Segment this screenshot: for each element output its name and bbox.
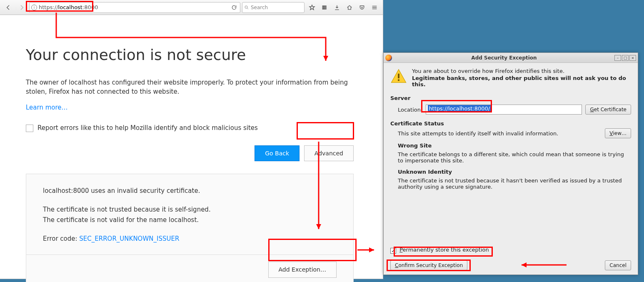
- window-minimize-button[interactable]: –: [614, 55, 621, 61]
- error-body: The owner of localhost has configured th…: [26, 78, 355, 97]
- permanent-store-label[interactable]: Permanently store this exception: [399, 247, 489, 253]
- svg-rect-1: [322, 6, 323, 9]
- downloads-icon[interactable]: [331, 2, 343, 13]
- override-text: You are about to override how Firefox id…: [412, 68, 631, 74]
- firefox-icon: [385, 55, 392, 61]
- view-certificate-button[interactable]: View…: [605, 128, 631, 138]
- menu-icon[interactable]: [369, 2, 380, 13]
- add-security-exception-dialog: Add Security Exception – □ × You are abo…: [383, 52, 638, 275]
- unknown-identity-heading: Unknown Identity: [398, 169, 631, 175]
- svg-rect-3: [325, 6, 326, 9]
- adv-line2: The certificate is not trusted because i…: [43, 205, 337, 215]
- add-exception-button[interactable]: Add Exception…: [268, 262, 337, 277]
- go-back-button[interactable]: Go Back: [255, 145, 300, 161]
- warning-icon: [390, 68, 407, 85]
- search-bar[interactable]: Search: [242, 2, 305, 13]
- pocket-icon[interactable]: [356, 2, 368, 13]
- confirm-security-exception-button[interactable]: Confirm Security Exception: [390, 260, 467, 270]
- report-label: Report errors like this to help Mozilla …: [37, 124, 258, 133]
- location-input[interactable]: https://localhost:8000/: [426, 105, 582, 115]
- forward-button[interactable]: [16, 2, 27, 13]
- permanent-store-checkbox[interactable]: [390, 248, 396, 254]
- advanced-button[interactable]: Advanced: [304, 145, 354, 161]
- location-value: https://localhost:8000/: [428, 105, 491, 112]
- dialog-title: Add Security Exception: [394, 55, 614, 61]
- search-icon: [244, 5, 249, 10]
- window-close-button[interactable]: ×: [629, 55, 636, 61]
- cert-status-heading: Certificate Status: [390, 120, 631, 127]
- unknown-identity-text: The certificate is not trusted because i…: [398, 177, 631, 190]
- svg-rect-4: [398, 74, 399, 78]
- site-info-icon[interactable]: i: [31, 5, 37, 10]
- error-code-link[interactable]: SEC_ERROR_UNKNOWN_ISSUER: [79, 235, 179, 242]
- warn-bold-text: Legitimate banks, stores, and other publ…: [412, 75, 631, 87]
- page-title: Your connection is not secure: [26, 44, 358, 66]
- home-icon[interactable]: [344, 2, 355, 13]
- error-page: Your connection is not secure The owner …: [0, 15, 383, 282]
- browser-window: i https://localhost:8000 Search Your con…: [0, 0, 383, 279]
- wrong-site-heading: Wrong Site: [398, 142, 631, 149]
- navigation-toolbar: i https://localhost:8000 Search: [0, 0, 383, 15]
- url-bar[interactable]: i https://localhost:8000: [29, 2, 240, 13]
- search-placeholder: Search: [251, 5, 268, 10]
- location-label: Location:: [398, 107, 422, 113]
- error-code-row: Error code: SEC_ERROR_UNKNOWN_ISSUER: [43, 235, 337, 244]
- cancel-button[interactable]: Cancel: [605, 260, 631, 270]
- adv-line1: localhost:8000 uses an invalid security …: [43, 187, 337, 196]
- wrong-site-text: The certificate belongs to a different s…: [398, 151, 631, 164]
- advanced-panel: localhost:8000 uses an invalid security …: [26, 174, 354, 282]
- learn-more-link[interactable]: Learn more…: [26, 103, 68, 112]
- library-icon[interactable]: [319, 2, 330, 13]
- svg-rect-2: [324, 6, 325, 9]
- adv-line3: The certificate is not valid for the nam…: [43, 216, 337, 225]
- permanent-store-row: Permanently store this exception: [390, 247, 631, 254]
- report-checkbox[interactable]: [26, 125, 33, 132]
- reload-button[interactable]: [230, 5, 238, 10]
- svg-point-0: [245, 6, 247, 8]
- get-certificate-button[interactable]: Get Certificate: [585, 105, 631, 115]
- dialog-titlebar[interactable]: Add Security Exception – □ ×: [384, 53, 638, 63]
- svg-rect-5: [398, 80, 399, 81]
- bookmark-star-icon[interactable]: [306, 2, 318, 13]
- back-button[interactable]: [2, 2, 14, 13]
- server-heading: Server: [390, 95, 631, 101]
- cert-status-text: This site attempts to identify itself wi…: [398, 130, 601, 137]
- url-text: https://localhost:8000: [39, 4, 228, 10]
- window-maximize-button[interactable]: □: [622, 55, 629, 61]
